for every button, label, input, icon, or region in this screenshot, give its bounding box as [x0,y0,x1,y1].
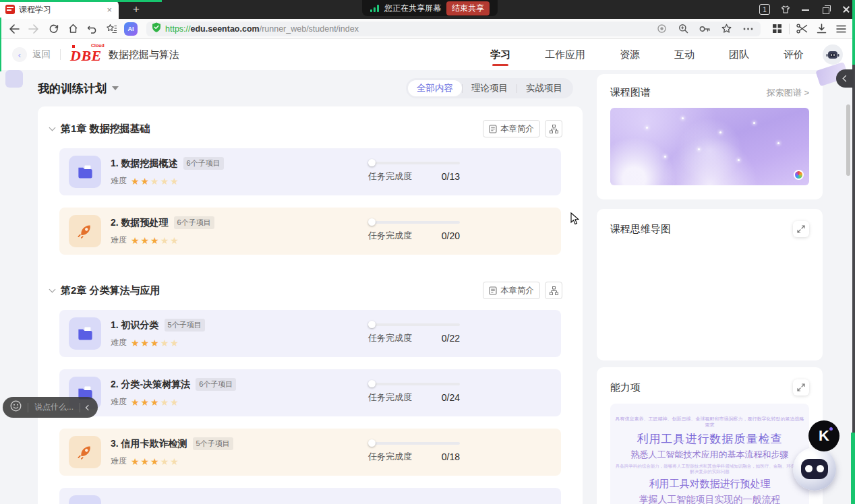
chapter-2: 第2章 分类算法与应用 本章简介 [49,282,572,504]
close-button[interactable] [842,5,851,14]
menu-icon[interactable] [833,22,848,36]
org-chart-icon [550,125,558,133]
filter-all[interactable]: 全部内容 [408,80,462,96]
ai-robot-avatar[interactable] [793,447,836,491]
course-map-image[interactable] [610,108,809,185]
content-filter-tabs: 全部内容 理论项目 实战项目 [406,78,573,98]
sidebar-collapse-button[interactable] [836,69,854,88]
k-assistant-logo[interactable]: K [808,420,839,451]
emoji-smiley-icon[interactable] [10,400,22,414]
nav-study[interactable]: 学习 [489,40,512,69]
difficulty-stars: ★★★★★ [131,177,180,186]
lesson-card[interactable]: 2. 数据预处理 6个子项目 难度 ★★★★★ 任务完成度 0/20 [59,208,561,255]
chapter-1-header[interactable]: 第1章 数据挖掘基础 本章简介 [49,120,572,137]
lesson-card[interactable]: 3. 信用卡欺诈检测 5个子项目 难度 ★★★★★ 任务完成度 0/18 [59,429,561,476]
page-scrollbar[interactable] [846,104,850,176]
address-bar[interactable]: https://edu.seentao.com/runner_web/stude… [146,22,761,36]
task-progress: 任务完成度 0/18 [368,442,460,463]
rocket-icon [69,436,101,468]
page-content: 我的训练计划 全部内容 理论项目 实战项目 第1章 数据挖掘基础 [0,70,855,504]
bookmark-star-icon[interactable] [719,22,734,36]
chapter-intro-button[interactable]: 本章简介 [483,282,540,299]
filter-practice[interactable]: 实战项目 [517,80,571,96]
more-options-icon[interactable] [740,22,755,36]
chapter-2-header[interactable]: 第2章 分类算法与应用 本章简介 [49,282,572,299]
folder-icon [69,317,101,350]
download-icon[interactable] [814,22,829,36]
forward-icon[interactable] [26,22,41,36]
progress-knob [368,159,376,166]
assistant-avatar-icon[interactable] [823,44,843,65]
nav-resources[interactable]: 资源 [618,40,641,69]
zoom-page-icon[interactable] [676,22,690,36]
lesson-card[interactable]: 1. 数据挖掘概述 6个子项目 难度 ★★★★★ 任务完成度 0/13 [59,148,561,195]
expand-icon[interactable] [793,379,809,396]
favorites-list-icon[interactable] [105,22,119,36]
sub-project-badge: 6个子项目 [183,157,224,170]
nav-team[interactable]: 团队 [728,40,750,69]
browser-tab-bar: 课程学习 × + 您正在共享屏幕 结束共享 1 [0,0,855,19]
tab-count-badge[interactable]: 1 [759,4,770,15]
security-shield-icon [152,22,161,35]
share-border-right-top [852,0,855,65]
new-tab-button[interactable]: + [128,1,144,18]
cloud-line: 掌握人工智能项目实现的一般流程 [614,494,805,504]
reader-target-icon[interactable] [654,22,669,36]
back-chevron-icon[interactable]: ‹ [12,47,27,62]
lesson-card[interactable]: 1. 初识分类 5个子项目 难度 ★★★★★ 任务完成度 0/22 [59,310,561,357]
sub-project-badge: 5个子项目 [165,319,205,332]
stop-share-button[interactable]: 结束共享 [446,1,490,15]
undo-icon[interactable] [85,22,100,36]
nav-interaction[interactable]: 互动 [673,40,696,69]
reload-icon[interactable] [46,22,61,36]
training-plan-column: 我的训练计划 全部内容 理论项目 实战项目 第1章 数据挖掘基础 [38,77,583,504]
folder-icon [69,156,101,188]
restore-button[interactable] [821,5,831,14]
document-icon [489,286,497,295]
browser-tab-active[interactable]: 课程学习 × [0,0,119,19]
back-button[interactable]: 返回 [32,49,51,61]
apps-grid-icon[interactable] [769,22,784,36]
password-key-icon[interactable] [697,22,712,36]
chapter-graph-button[interactable] [545,120,562,137]
tab-close-icon[interactable]: × [105,5,113,15]
main-nav: 学习 工作应用 资源 互动 团队 评价 [489,40,805,69]
home-icon[interactable] [65,22,80,36]
chevron-down-icon[interactable] [49,124,56,131]
screenshot-scissors-icon[interactable] [794,22,809,36]
dbe-logo: DBECloud [70,46,102,63]
lesson-title: 3. 信用卡欺诈检测 [111,438,187,450]
ai-assistant-button[interactable]: AI [124,22,138,36]
chevron-down-icon[interactable] [49,286,56,292]
chapter-graph-button[interactable] [545,282,562,299]
explore-map-link[interactable]: 探索图谱 > [767,87,809,99]
nav-work-apps[interactable]: 工作应用 [543,40,587,69]
cloud-line: 具有信息素养、工匠精神、创新思维、全球视野和市场洞察力，履行数字化转型的紧迫战略… [614,416,805,429]
sub-project-badge: 6个子项目 [174,216,214,229]
cloud-line: 具备跨学科的综合能力，能够将人工智能技术和其他学科领域知识融合，如医疗、金融、环… [614,464,805,474]
chapter-intro-button[interactable]: 本章简介 [483,120,540,137]
course-map-title: 课程图谱 [610,86,651,99]
plan-dropdown-caret-icon[interactable] [112,86,119,90]
minimize-button[interactable] [801,5,810,14]
lesson-card[interactable]: 4. 分类-逻辑回归算法 4个子项目 [59,488,561,504]
difficulty-stars: ★★★★★ [131,398,180,407]
url-text: https://edu.seentao.com/runner_web/stude… [165,24,650,34]
expand-icon[interactable] [793,221,809,237]
document-icon [489,125,497,133]
back-icon[interactable] [7,22,22,36]
filter-theory[interactable]: 理论项目 [463,80,517,96]
difficulty-stars: ★★★★★ [131,236,180,245]
cloud-line: 熟悉人工智能技术应用的基本流程和步骤 [614,449,805,460]
lesson-card[interactable]: 2. 分类-决策树算法 6个子项目 难度 ★★★★★ 任务完成度 0/24 [59,369,561,416]
theme-tshirt-icon[interactable] [781,5,790,14]
chat-collapse-icon[interactable] [86,404,91,410]
task-progress: 任务完成度 0/22 [368,323,460,344]
progress-knob [368,218,376,226]
chat-input[interactable]: 说点什么... [34,402,73,413]
task-progress: 任务完成度 0/20 [368,221,460,242]
nav-evaluation[interactable]: 评价 [782,40,805,69]
lesson-title: 2. 数据预处理 [111,217,169,229]
share-border-right-bottom [851,433,855,504]
progress-knob [368,321,376,328]
